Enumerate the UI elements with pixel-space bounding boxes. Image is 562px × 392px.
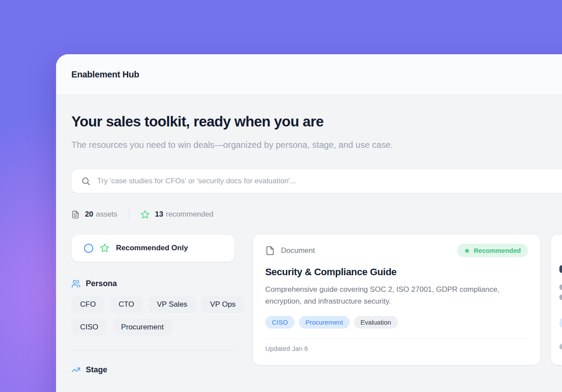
search-bar[interactable] [71,169,562,193]
page-background: { "app": { "title": "Enablement Hub" }, … [0,0,562,392]
sidebar-divider [71,350,235,351]
card-tag: CISO [265,316,295,329]
resource-card-partial[interactable] [551,234,562,365]
partial-card-title-fragment [559,265,562,273]
card-meta-row: Document Recommended [265,244,528,257]
stats-divider [129,210,129,219]
recommended-only-toggle[interactable]: Recommended Only [71,234,235,262]
recommended-badge-label: Recommended [474,247,521,254]
persona-chip-row: CFO CTO VP Sales VP Ops [71,296,235,313]
card-type: Document [265,246,315,256]
recommended-only-label: Recommended Only [116,244,188,252]
card-title: Security & Compliance Guide [265,266,528,278]
recommended-label: recommended [166,210,214,219]
stage-section-header: Stage [71,365,235,374]
search-input[interactable] [97,177,562,186]
badge-star-icon [464,248,470,254]
page-title: Your sales toolkit, ready when you are [71,113,562,130]
file-text-icon [71,210,80,219]
persona-chip-row: CISO Procurement [71,319,235,336]
filters-sidebar: Recommended Only Persona CFO CTO VP Sale… [71,234,235,374]
radio-circle[interactable] [84,244,93,253]
search-icon [81,176,91,186]
partial-card-tag-fragment [559,317,562,329]
partial-card-updated-fragment [559,344,562,350]
page-subtitle: The resources you need to win deals—orga… [71,137,426,153]
main-content: Your sales toolkit, ready when you are T… [56,95,562,374]
app-title: Enablement Hub [71,70,139,80]
persona-chip[interactable]: VP Ops [201,296,244,313]
card-divider [265,338,528,339]
file-icon [265,246,275,256]
card-updated: Updated Jan 6 [265,345,528,352]
card-tag: Procurement [299,316,350,329]
assets-label: assets [96,210,117,219]
partial-card-text-fragment [559,284,562,290]
persona-section-label: Persona [86,279,117,288]
users-icon [71,279,81,288]
app-window: Enablement Hub Your sales toolkit, ready… [56,54,562,392]
star-icon [100,243,109,253]
assets-count: 20 [85,210,93,219]
card-tag: Evaluation [354,316,398,329]
stats-row: 20 assets 13 recommended [71,210,562,219]
partial-card-text-fragment [559,294,562,300]
persona-section-header: Persona [71,279,235,288]
card-type-label: Document [281,246,315,255]
persona-chip[interactable]: Procurement [112,319,172,336]
trending-up-icon [71,365,81,374]
stage-section-label: Stage [86,365,107,374]
cards-row: Document Recommended Security & Complian… [253,234,562,365]
resource-card[interactable]: Document Recommended Security & Complian… [253,234,541,365]
persona-chip[interactable]: CISO [71,319,107,336]
persona-chip[interactable]: VP Sales [148,296,196,313]
recommended-count: 13 [155,210,163,219]
card-tag-row: CISO Procurement Evaluation [265,316,528,329]
recommended-badge: Recommended [457,244,528,257]
card-description: Comprehensive guide covering SOC 2, ISO … [265,284,528,307]
star-icon [140,210,150,219]
content-columns: Recommended Only Persona CFO CTO VP Sale… [71,234,562,374]
persona-chip[interactable]: CTO [110,296,143,313]
persona-chip[interactable]: CFO [71,296,105,313]
window-header: Enablement Hub [56,54,562,95]
